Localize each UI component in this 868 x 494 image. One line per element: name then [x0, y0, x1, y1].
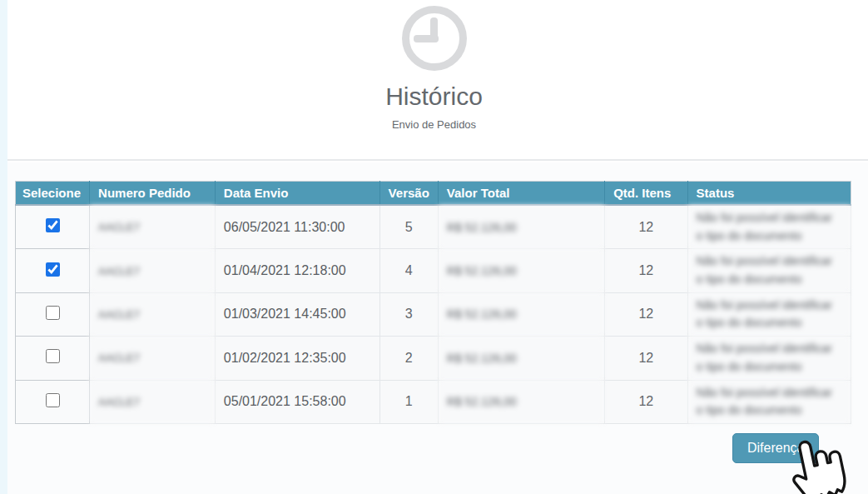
table-row: AACLE706/05/2021 11:30:005R$ 52.126,0012… — [16, 205, 851, 249]
data-envio-cell: 01/04/2021 12:18:00 — [215, 249, 379, 292]
qtd-itens-cell: 12 — [605, 337, 687, 380]
data-envio-cell: 01/03/2021 14:45:00 — [215, 292, 379, 336]
select-cell — [16, 380, 90, 423]
select-cell — [16, 249, 90, 292]
versao-cell: 2 — [379, 337, 438, 380]
versao-cell: 1 — [379, 380, 438, 423]
numero-pedido-cell: AACLE7 — [90, 292, 216, 336]
select-checkbox[interactable] — [46, 262, 60, 277]
clock-hour-hand — [414, 35, 439, 42]
status-cell: Não foi possível identificar o tipo do d… — [687, 205, 851, 249]
qtd-itens-cell: 12 — [605, 205, 687, 249]
table-row: AACLE701/02/2021 12:35:002R$ 52.126,0012… — [16, 337, 851, 380]
data-envio-cell: 01/02/2021 12:35:00 — [215, 337, 379, 380]
select-checkbox[interactable] — [46, 393, 60, 407]
table-body: AACLE706/05/2021 11:30:005R$ 52.126,0012… — [16, 205, 851, 423]
qtd-itens-cell: 12 — [605, 380, 687, 423]
historico-modal: Pedidos de Compra Histórico Envio de Ped… — [0, 0, 868, 494]
numero-pedido-cell: AACLE7 — [90, 337, 216, 380]
column-header-5: Qtd. Itens — [605, 182, 687, 206]
table-header-row: SelecioneNumero PedidoData EnvioVersãoVa… — [16, 182, 851, 206]
versao-cell: 5 — [379, 205, 438, 249]
data-envio-cell: 06/05/2021 11:30:00 — [215, 205, 379, 249]
select-cell — [16, 337, 90, 380]
column-header-2: Data Envio — [215, 182, 379, 206]
qtd-itens-cell: 12 — [605, 249, 687, 292]
column-header-0: Selecione — [16, 182, 90, 206]
status-cell: Não foi possível identificar o tipo do d… — [687, 337, 851, 380]
select-checkbox[interactable] — [46, 306, 60, 320]
select-cell — [16, 205, 90, 249]
versao-cell: 4 — [379, 249, 438, 292]
status-cell: Não foi possível identificar o tipo do d… — [687, 292, 851, 336]
valor-total-cell: R$ 52.126,00 — [438, 249, 604, 292]
table-row: AACLE701/03/2021 14:45:003R$ 52.126,0012… — [16, 292, 851, 336]
page-title: Histórico — [385, 82, 483, 111]
status-cell: Não foi possível identificar o tipo do d… — [687, 380, 851, 423]
numero-pedido-cell: AACLE7 — [90, 249, 216, 292]
page-subtitle: Envio de Pedidos — [392, 118, 476, 131]
clock-icon — [402, 6, 467, 71]
qtd-itens-cell: 12 — [605, 292, 687, 336]
column-header-4: Valor Total — [438, 182, 604, 206]
table-row: AACLE705/01/2021 15:58:001R$ 52.126,0012… — [16, 380, 851, 423]
table-row: AACLE701/04/2021 12:18:004R$ 52.126,0012… — [16, 249, 851, 292]
numero-pedido-cell: AACLE7 — [90, 205, 216, 249]
valor-total-cell: R$ 52.126,00 — [438, 292, 604, 336]
numero-pedido-cell: AACLE7 — [90, 380, 216, 423]
valor-total-cell: R$ 52.126,00 — [438, 337, 604, 380]
history-table: SelecioneNumero PedidoData EnvioVersãoVa… — [15, 181, 851, 424]
valor-total-cell: R$ 52.126,00 — [438, 380, 604, 423]
versao-cell: 3 — [379, 292, 438, 336]
select-checkbox[interactable] — [46, 349, 60, 363]
column-header-1: Numero Pedido — [90, 182, 216, 206]
data-envio-cell: 05/01/2021 15:58:00 — [215, 380, 379, 423]
status-cell: Não foi possível identificar o tipo do d… — [687, 249, 851, 292]
column-header-6: Status — [687, 182, 851, 206]
select-checkbox[interactable] — [46, 218, 60, 232]
select-cell — [16, 292, 90, 336]
modal-header: Histórico Envio de Pedidos — [0, 0, 868, 161]
valor-total-cell: R$ 52.126,00 — [438, 205, 604, 249]
column-header-3: Versão — [379, 182, 438, 206]
page-edge-strip — [0, 0, 7, 494]
diferenca-button[interactable]: Diferença — [732, 433, 819, 463]
